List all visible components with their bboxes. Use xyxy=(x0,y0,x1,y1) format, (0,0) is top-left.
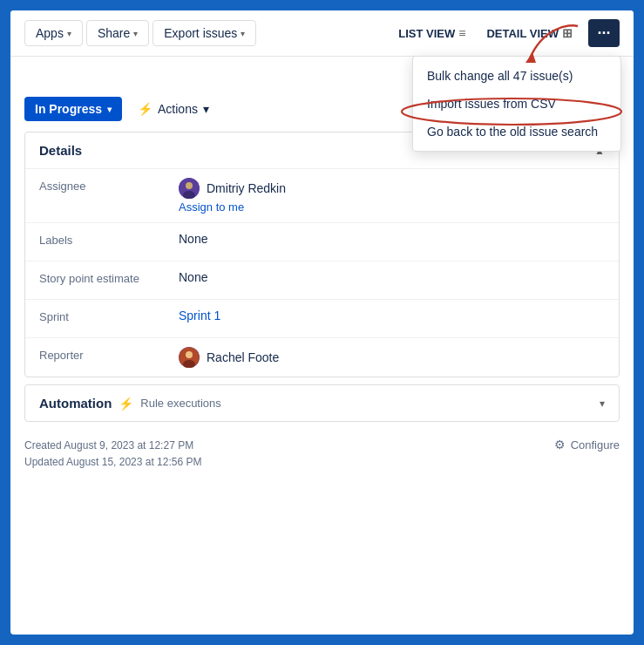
labels-row: Labels None xyxy=(25,223,619,261)
assignee-value: Dmitriy Redkin Assign to me xyxy=(179,178,605,214)
more-options-button[interactable]: ··· xyxy=(588,19,620,47)
apps-label: Apps xyxy=(36,26,64,40)
configure-button[interactable]: ⚙ Configure xyxy=(554,438,620,452)
share-chevron-icon: ▾ xyxy=(133,29,138,38)
configure-label: Configure xyxy=(571,438,620,452)
sprint-label: Sprint xyxy=(39,309,179,323)
old-search-item[interactable]: Go back to the old issue search xyxy=(413,118,620,146)
details-section: Details ▲ Assignee Dmit xyxy=(24,132,620,377)
list-view-label: LIST VIEW xyxy=(398,27,455,40)
bulk-change-item[interactable]: Bulk change all 47 issue(s) xyxy=(413,62,620,90)
toolbar: Apps ▾ Share ▾ Export issues ▾ LIST VIEW… xyxy=(10,10,634,57)
labels-value[interactable]: None xyxy=(179,232,605,246)
assignee-name-row: Dmitriy Redkin xyxy=(179,178,605,199)
share-button[interactable]: Share ▾ xyxy=(86,20,149,46)
export-chevron-icon: ▾ xyxy=(241,29,245,38)
actions-button[interactable]: ⚡ Actions ▾ xyxy=(129,97,218,121)
detail-view-label: DETAIL VIEW xyxy=(486,27,559,40)
gear-icon: ⚙ xyxy=(554,438,566,452)
footer-dates: Created August 9, 2023 at 12:27 PM Updat… xyxy=(24,438,201,471)
rule-executions-label: Rule executions xyxy=(140,397,221,410)
import-csv-item[interactable]: Import issues from CSV xyxy=(413,90,620,118)
reporter-value: Rachel Foote xyxy=(179,347,605,368)
assign-me-link[interactable]: Assign to me xyxy=(179,200,605,214)
in-progress-chevron-icon: ▾ xyxy=(107,105,112,114)
labels-label: Labels xyxy=(39,232,179,247)
automation-section: Automation ⚡ Rule executions ▾ xyxy=(24,384,620,422)
apps-button[interactable]: Apps ▾ xyxy=(24,20,83,46)
sprint-value[interactable]: Sprint 1 xyxy=(179,309,605,322)
detail-view-button[interactable]: DETAIL VIEW ⊞ xyxy=(478,21,581,45)
export-button[interactable]: Export issues ▾ xyxy=(153,20,256,46)
sprint-row: Sprint Sprint 1 xyxy=(25,300,619,338)
assignee-label: Assignee xyxy=(39,178,179,193)
svg-point-6 xyxy=(186,351,193,358)
lightning-icon: ⚡ xyxy=(138,102,153,116)
reporter-name: Rachel Foote xyxy=(207,350,279,364)
automation-title: Automation xyxy=(39,396,112,411)
assignee-row: Assignee Dmitriy Redkin Assign to me xyxy=(25,169,619,223)
in-progress-button[interactable]: In Progress ▾ xyxy=(24,97,122,121)
details-title: Details xyxy=(39,143,82,158)
in-progress-label: In Progress xyxy=(35,102,102,116)
updated-date: Updated August 15, 2023 at 12:56 PM xyxy=(24,454,201,471)
automation-left: Automation ⚡ Rule executions xyxy=(39,396,221,411)
automation-expand-icon[interactable]: ▾ xyxy=(600,397,605,410)
detail-view-icon: ⊞ xyxy=(562,26,573,40)
list-view-button[interactable]: LIST VIEW ≡ xyxy=(390,21,474,45)
automation-header[interactable]: Automation ⚡ Rule executions ▾ xyxy=(25,385,619,421)
story-points-value[interactable]: None xyxy=(179,270,605,284)
bolt-icon: ⚡ xyxy=(119,397,133,411)
assignee-name: Dmitriy Redkin xyxy=(207,181,286,195)
created-date: Created August 9, 2023 at 12:27 PM xyxy=(24,438,201,454)
reporter-avatar xyxy=(179,347,200,368)
svg-point-3 xyxy=(186,182,193,189)
share-label: Share xyxy=(98,26,130,40)
footer: Created August 9, 2023 at 12:27 PM Updat… xyxy=(10,429,634,485)
actions-chevron-icon: ▾ xyxy=(203,102,209,116)
more-dots-icon: ··· xyxy=(597,24,610,43)
export-label: Export issues xyxy=(164,26,237,40)
story-points-row: Story point estimate None xyxy=(25,261,619,300)
apps-chevron-icon: ▾ xyxy=(67,29,71,38)
actions-label: Actions xyxy=(158,102,198,116)
story-points-label: Story point estimate xyxy=(39,270,179,285)
reporter-label: Reporter xyxy=(39,347,179,362)
list-view-icon: ≡ xyxy=(458,26,465,40)
assignee-avatar xyxy=(179,178,200,199)
reporter-row: Reporter Rachel Foote xyxy=(25,338,619,377)
dropdown-menu: Bulk change all 47 issue(s) Import issue… xyxy=(412,56,621,152)
